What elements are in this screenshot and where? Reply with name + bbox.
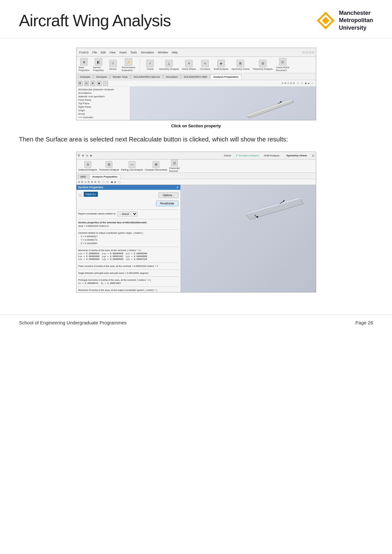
menu-insert[interactable]: Insert	[118, 51, 128, 54]
sym-icon: ⊞	[237, 60, 244, 67]
menu-flmas[interactable]: FLMAS	[78, 51, 90, 54]
tab-render[interactable]: Render Tools	[110, 75, 130, 79]
separator5	[78, 262, 178, 263]
separator1	[78, 209, 178, 210]
separator3	[78, 229, 178, 230]
sw-main-area: 0015Aerofoil (Default<<Default> Annotati…	[76, 87, 316, 120]
logo-diamond-icon	[316, 11, 335, 30]
caption1: Click on Section property	[19, 123, 373, 128]
icon-btn-2[interactable]: ◱	[84, 81, 89, 86]
face-row: ⬜ Face<1> Options...	[78, 192, 178, 199]
recalculate-button[interactable]: Recalculate	[156, 201, 178, 206]
page-header: Aircraft Wing Analysis Manchester Metrop…	[0, 0, 392, 38]
tree-item-annotations: Annotations	[78, 91, 129, 95]
menu-file[interactable]: File	[91, 51, 99, 54]
icon-btn-1[interactable]: ⊞	[78, 81, 83, 86]
zebra-icon: ≡	[185, 60, 193, 67]
viewport2-svg	[181, 185, 316, 292]
sw-tool-sensor[interactable]: ☉ Sensor	[107, 60, 119, 70]
moments-row1: Lxx = 0.00000044 Lxy = 0.00000000 Lxz = …	[78, 252, 178, 255]
separator8	[78, 286, 178, 287]
university-name: Manchester Metropolitan University	[339, 9, 373, 32]
menu-help[interactable]: Help	[170, 51, 179, 54]
footer-page: Page 26	[355, 320, 373, 325]
tab-simulation[interactable]: Simulation	[163, 75, 181, 79]
university-logo: Manchester Metropolitan University	[316, 9, 373, 32]
section-header: Section properties of the selected face …	[78, 221, 178, 224]
menu-edit[interactable]: Edit	[99, 51, 107, 54]
sw-tabs-bar2: MBD Analysis Preparation	[76, 173, 316, 179]
sw-tool-geom[interactable]: △ Geometry Analysis	[159, 60, 179, 70]
coordinate-row: Report coordinate values relative to: --…	[78, 212, 178, 216]
area-line: Area = 0.00591925 meters^2	[78, 225, 178, 227]
options-button[interactable]: Options...	[159, 192, 178, 198]
tree-item-sketch: (-) Sketch1	[78, 119, 129, 120]
panel-close-btn[interactable]: ×	[177, 186, 178, 189]
panel-header: Section Properties ×	[76, 185, 180, 190]
ribbon-parting[interactable]: — Parting Line Analysis	[121, 161, 143, 171]
menu-view[interactable]: View	[108, 51, 117, 54]
ribbon-undercut[interactable]: ⊙ Undercut Analysis	[78, 161, 97, 171]
separator6	[78, 269, 178, 270]
sw-tool-section[interactable]: ◧ SectionProperties	[93, 58, 104, 72]
menu-tools[interactable]: Tools	[129, 51, 138, 54]
cx: X = 0.00048317	[78, 235, 178, 238]
sw-tool-curvature[interactable]: ∿ Curvature	[199, 60, 211, 70]
tab2-analysis-prep[interactable]: Analysis Preparation	[89, 174, 120, 179]
sw-tool-perf[interactable]: ⚡ PerformanceEvaluation	[122, 58, 136, 72]
screenshot2: ☰ ⊕ ◷ ◈ Check ✗ Deviation Analysis Draft…	[76, 152, 316, 292]
screenshot1: FLMAS File Edit View Insert Tools Simula…	[76, 48, 316, 120]
sw-toolbar-top2: ☰ ⊕ ◷ ◈ Check ✗ Deviation Analysis Draft…	[76, 152, 316, 160]
tree-item-area4: Area4	[78, 112, 129, 116]
sw-tool-active[interactable]: ☑ Check ActiveDocument	[276, 58, 289, 72]
tab2-mbd[interactable]: MBD	[78, 174, 89, 179]
coordinate-select[interactable]: -- default --	[118, 212, 137, 216]
polar-line: Polar moment of inertia of the area, at …	[78, 265, 178, 268]
menu-window[interactable]: Window	[156, 51, 169, 54]
sw-tool-mass[interactable]: ⊕ MassProperties	[78, 58, 90, 72]
sw-tool-sym[interactable]: ⊞ Symmetry Check	[232, 60, 250, 70]
ribbon-check-act[interactable]: ☑ Check ActDocume	[169, 160, 180, 172]
sw-tool-check[interactable]: ✓ Check	[144, 60, 156, 70]
sw-ribbon2: ⊙ Undercut Analysis ⊟ Thickness Analysis…	[76, 160, 316, 173]
tab-analysis-prep[interactable]: Analysis Preparation	[210, 75, 241, 79]
sw-feature-tree: 0015Aerofoil (Default<<Default> Annotati…	[76, 87, 130, 120]
menu-simulation[interactable]: Simulation	[139, 51, 155, 54]
sw-icon-bar: ⊞ ◱ ⊕ ◉ › ⊘ ⊗ ⊙ ⊚ ⊛ · □ · ◇ · ◆ ◈ · □ ·	[76, 80, 316, 87]
sw-menu-bar: FLMAS File Edit View Insert Tools Simula…	[76, 48, 316, 57]
moments-row3: Lzx = 0.00000000 Lzy = 0.00000000 Lzz = …	[78, 258, 178, 261]
face-label[interactable]: Face<1>	[84, 192, 98, 197]
thickness-icon: ⊟	[106, 161, 112, 168]
separator2	[78, 219, 178, 219]
tree-item-origin: Origin	[78, 109, 129, 112]
principal-row: Ix = 0.00000044 Iy = 0.00001883	[78, 282, 178, 285]
tree-item-extrude: >>> Extrude1	[78, 116, 129, 119]
tab-addins[interactable]: SOLIDWORKS Add-Ins	[131, 75, 163, 79]
sw-tool-thick[interactable]: ⊟ Thickness Analysis	[253, 60, 273, 70]
sw-viewport1	[130, 87, 316, 120]
mass-icon: ⊕	[80, 58, 88, 66]
sw-tool-zebra[interactable]: ≡ Zebra Stripes	[182, 60, 196, 70]
footer-program: School of Engineering Undergraduate Prog…	[19, 320, 127, 325]
page-title: Aircraft Wing Analysis	[19, 11, 171, 30]
section-icon: ◧	[95, 58, 102, 66]
curvature-icon: ∿	[201, 60, 209, 67]
ribbon-compare[interactable]: ⊞ Compare Documents	[145, 161, 167, 171]
principal-header: Principal moments of inertia of the area…	[78, 279, 178, 281]
tab-mbd[interactable]: SOLIDWORKS MBD	[181, 75, 210, 79]
perf-icon: ⚡	[125, 58, 132, 66]
output-header: Moments of inertia of the area, at the o…	[78, 289, 178, 292]
icon-btn-3[interactable]: ⊕	[90, 81, 95, 86]
cz: Z = 0.19916667	[78, 242, 178, 245]
thick-icon: ⊟	[259, 60, 267, 67]
tab-dimxpert[interactable]: DimXpert	[93, 75, 110, 79]
tree-item-aerofoil: 0015Aerofoil (Default<<Default>	[78, 88, 129, 91]
undercut-icon: ⊙	[84, 161, 91, 168]
tree-item-front: Front Plane	[78, 98, 129, 102]
sw-tool-draft[interactable]: ◈ Draft Analysis	[214, 60, 228, 70]
sw-ribbon: ⊕ MassProperties ◧ SectionProperties ☉ S…	[76, 57, 316, 73]
icon-btn-5[interactable]: ›	[103, 81, 108, 86]
ribbon-thickness[interactable]: ⊟ Thickness Analysis	[99, 161, 119, 171]
icon-btn-4[interactable]: ◉	[97, 81, 102, 86]
tab-evaluate[interactable]: Evaluate	[78, 75, 93, 79]
